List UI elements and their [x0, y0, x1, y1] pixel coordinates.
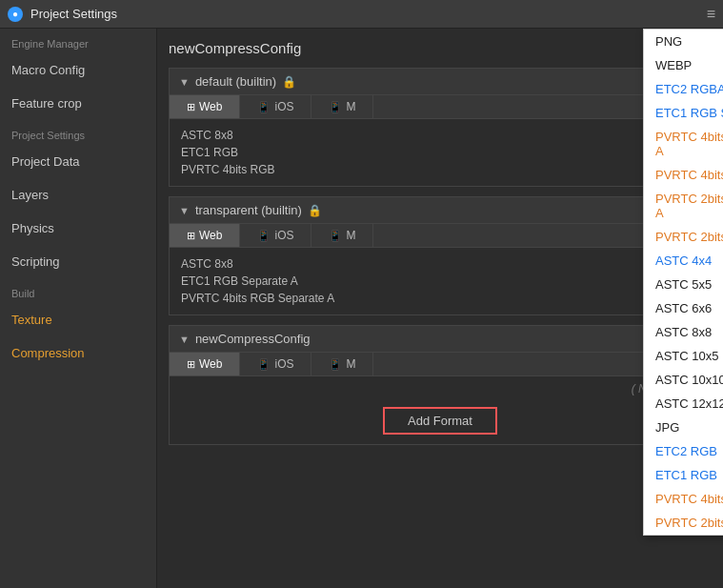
app-icon: ● [8, 7, 23, 22]
dropdown-item-pvrtc2-rgb[interactable]: PVRTC 2bits RGB [644, 511, 723, 535]
page-title: newCompressConfig [169, 40, 301, 56]
format-item: PVRTC 4bits RGB Separate A [181, 290, 699, 307]
transparent-platform-tabs: ⊞Web 📱iOS 📱M [170, 223, 711, 248]
web-icon: ⊞ [187, 230, 195, 242]
project-settings-label: Project Settings [0, 120, 156, 145]
sidebar-item-scripting[interactable]: Scripting [0, 245, 156, 278]
menu-icon[interactable]: ≡ [707, 6, 715, 23]
collapse-arrow[interactable]: ▼ [179, 205, 190, 216]
dropdown-item-pvrtc2-rgba[interactable]: PVRTC 2bits RGBA [644, 225, 723, 249]
dropdown-item-png[interactable]: PNG [644, 30, 723, 53]
format-item: PVRTC 4bits RGB [181, 161, 699, 178]
sidebar-item-physics[interactable]: Physics [0, 212, 156, 245]
transparent-format-list: ASTC 8x8 ETC1 RGB Separate A PVRTC 4bits… [170, 248, 711, 314]
m-icon: 📱 [329, 101, 342, 113]
sidebar-item-macro-config[interactable]: Macro Config [0, 53, 156, 87]
transparent-tab-web[interactable]: ⊞Web [170, 224, 240, 247]
new-compress-section: ▼ newCompressConfig ⊞Web 📱iOS 📱M ( No Fo… [169, 325, 712, 445]
dropdown-item-jpg[interactable]: JPG [644, 416, 723, 439]
default-section-header: ▼ default (builtin) 🔒 [170, 69, 711, 94]
dropdown-item-etc1-rgb-sep-a[interactable]: ETC1 RGB Separate A [644, 101, 723, 125]
page-title-row: newCompressConfig ⎘ [169, 40, 712, 56]
default-section: ▼ default (builtin) 🔒 ⊞Web 📱iOS 📱M ASTC … [169, 68, 712, 187]
default-section-title: default (builtin) [195, 74, 276, 89]
ios-icon: 📱 [257, 358, 271, 371]
web-icon: ⊞ [187, 101, 195, 113]
no-format-label: ( No Format ) [170, 376, 711, 401]
dropdown-item-etc1-rgb[interactable]: ETC1 RGB [644, 463, 723, 487]
sidebar-item-project-data[interactable]: Project Data [0, 145, 156, 178]
default-platform-tabs: ⊞Web 📱iOS 📱M [170, 94, 711, 119]
default-tab-web[interactable]: ⊞Web [170, 95, 240, 118]
format-item: ETC1 RGB [181, 144, 699, 161]
transparent-section-title: transparent (builtin) [195, 203, 302, 217]
m-icon: 📱 [329, 358, 342, 371]
new-compress-tab-web[interactable]: ⊞Web [170, 353, 240, 375]
dropdown-item-astc10x10[interactable]: ASTC 10x10 [644, 368, 723, 392]
collapse-arrow[interactable]: ▼ [179, 76, 190, 88]
default-format-list: ASTC 8x8 ETC1 RGB PVRTC 4bits RGB [170, 119, 711, 186]
transparent-section: ▼ transparent (builtin) 🔒 ⊞Web 📱iOS 📱M A… [169, 196, 712, 315]
content-area: newCompressConfig ⎘ ▼ default (builtin) … [157, 29, 723, 588]
format-item: ASTC 8x8 [181, 127, 699, 144]
dropdown-item-pvrtc4-rgb[interactable]: PVRTC 4bits RGB [644, 487, 723, 511]
collapse-arrow[interactable]: ▼ [179, 334, 190, 345]
format-item: ETC1 RGB Separate A [181, 273, 699, 290]
sidebar-item-feature-crop[interactable]: Feature crop [0, 87, 156, 120]
default-tab-ios[interactable]: 📱iOS [240, 95, 311, 118]
dropdown-item-etc2-rgb[interactable]: ETC2 RGB [644, 439, 723, 463]
lock-icon: 🔒 [308, 204, 322, 217]
new-compress-section-title: newCompressConfig [195, 332, 311, 346]
default-tab-m[interactable]: 📱M [311, 95, 373, 118]
add-format-row: Add Format [170, 401, 711, 444]
dropdown-item-webp[interactable]: WEBP [644, 53, 723, 77]
lock-icon: 🔒 [282, 75, 296, 89]
dropdown-item-astc4x4[interactable]: ASTC 4x4 [644, 249, 723, 273]
dropdown-item-astc5x5[interactable]: ASTC 5x5 [644, 273, 723, 296]
dropdown-item-astc12x12[interactable]: ASTC 12x12 [644, 392, 723, 416]
dropdown-item-pvrtc4-rgb-sep-a[interactable]: PVRTC 4bits RGB Separate A [644, 125, 723, 163]
add-format-button[interactable]: Add Format [383, 407, 497, 435]
sidebar: Engine Manager Macro Config Feature crop… [0, 29, 157, 588]
dropdown-item-etc2-rgba[interactable]: ETC2 RGBA [644, 77, 723, 101]
m-icon: 📱 [329, 230, 342, 242]
dropdown-item-pvrtc2-rgb-sep-a[interactable]: PVRTC 2bits RGB Separate A [644, 187, 723, 225]
new-compress-section-header: ▼ newCompressConfig [170, 326, 711, 352]
main-layout: Engine Manager Macro Config Feature crop… [0, 29, 723, 588]
sidebar-item-texture[interactable]: Texture [0, 303, 156, 336]
transparent-tab-ios[interactable]: 📱iOS [240, 224, 311, 247]
format-item: ASTC 8x8 [181, 255, 699, 273]
dropdown-item-astc6x6[interactable]: ASTC 6x6 [644, 296, 723, 320]
engine-manager-label: Engine Manager [0, 29, 156, 53]
dropdown-item-pvrtc4-rgba[interactable]: PVRTC 4bits RGBA [644, 163, 723, 187]
build-label: Build [0, 278, 156, 303]
dropdown-item-astc8x8[interactable]: ASTC 8x8 [644, 320, 723, 344]
web-icon: ⊞ [187, 358, 195, 371]
ios-icon: 📱 [257, 101, 271, 113]
sidebar-item-compression[interactable]: Compression [0, 336, 156, 370]
dropdown-item-astc10x5[interactable]: ASTC 10x5 [644, 344, 723, 368]
title-bar: ● Project Settings ≡ [0, 0, 723, 29]
window-title: Project Settings [30, 7, 117, 21]
new-compress-platform-tabs: ⊞Web 📱iOS 📱M [170, 352, 711, 376]
transparent-section-header: ▼ transparent (builtin) 🔒 [170, 197, 711, 223]
ios-icon: 📱 [257, 230, 271, 242]
format-dropdown[interactable]: PNG WEBP ETC2 RGBA ETC1 RGB Separate A P… [643, 29, 723, 536]
sidebar-item-layers[interactable]: Layers [0, 178, 156, 212]
new-compress-tab-m[interactable]: 📱M [311, 353, 373, 375]
new-compress-tab-ios[interactable]: 📱iOS [240, 353, 311, 375]
transparent-tab-m[interactable]: 📱M [311, 224, 373, 247]
